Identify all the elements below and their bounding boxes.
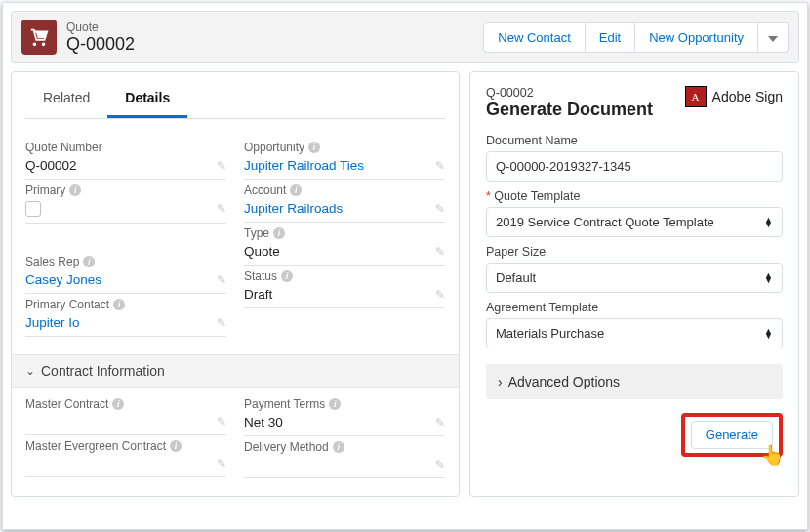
edit-icon[interactable]: ✎	[217, 273, 226, 287]
primary-label: Primary	[25, 184, 65, 197]
agreement-template-select[interactable]: Materials Purchase ▲▼	[486, 318, 783, 348]
quote-template-select[interactable]: 2019 Service Contract Quote Template ▲▼	[486, 207, 783, 237]
info-icon	[329, 398, 341, 410]
master-contract-label: Master Contract	[25, 397, 108, 411]
new-contact-button[interactable]: New Contact	[483, 22, 585, 53]
sales-rep-label: Sales Rep	[25, 255, 79, 268]
info-icon	[83, 256, 95, 267]
edit-icon[interactable]: ✎	[217, 159, 226, 173]
payment-terms-label: Payment Terms	[244, 397, 325, 411]
edit-button[interactable]: Edit	[586, 22, 635, 53]
primary-checkbox[interactable]	[25, 201, 41, 217]
opportunity-link[interactable]: Jupiter Railroad Ties	[244, 158, 364, 173]
info-icon	[308, 142, 320, 153]
quote-icon	[21, 20, 57, 55]
new-opportunity-button[interactable]: New Opportunity	[635, 22, 758, 53]
info-icon	[281, 270, 293, 282]
edit-icon[interactable]: ✎	[435, 416, 445, 430]
more-actions-button[interactable]	[758, 22, 789, 53]
edit-icon[interactable]: ✎	[217, 415, 226, 429]
opportunity-label: Opportunity	[244, 141, 304, 154]
advanced-options-toggle[interactable]: › Advanced Options	[486, 364, 783, 399]
status-label: Status	[244, 269, 277, 283]
section-contract-information[interactable]: ⌄ Contract Information	[12, 354, 459, 388]
edit-icon[interactable]: ✎	[435, 202, 445, 216]
agreement-template-label: Agreement Template	[486, 301, 783, 314]
record-name: Q-00002	[66, 34, 135, 55]
primary-contact-link[interactable]: Jupiter Io	[25, 315, 80, 330]
quote-number-label: Quote Number	[25, 141, 226, 154]
quote-number-value: Q-00002	[25, 158, 77, 173]
tab-details[interactable]: Details	[107, 80, 187, 118]
document-name-label: Document Name	[486, 134, 783, 147]
generate-title: Generate Document	[486, 100, 653, 120]
chevron-right-icon: ›	[498, 374, 503, 389]
tabs: Related Details	[25, 80, 445, 119]
edit-icon[interactable]: ✎	[435, 458, 445, 471]
generate-button[interactable]: Generate	[691, 421, 773, 449]
info-icon	[273, 227, 285, 239]
generate-document-panel: Q-00002 Generate Document A Adobe Sign D…	[469, 71, 799, 497]
quote-template-label: Quote Template	[486, 189, 783, 203]
edit-icon[interactable]: ✎	[217, 457, 226, 471]
header-actions: New Contact Edit New Opportunity	[483, 22, 789, 53]
chevron-down-icon	[768, 36, 778, 42]
adobe-sign-badge: A Adobe Sign	[685, 86, 783, 107]
edit-icon[interactable]: ✎	[217, 316, 226, 330]
primary-contact-label: Primary Contact	[25, 298, 109, 311]
paper-size-select[interactable]: Default ▲▼	[486, 263, 783, 293]
sales-rep-link[interactable]: Casey Jones	[25, 272, 101, 287]
select-arrows-icon: ▲▼	[764, 218, 773, 227]
record-header: Quote Q-00002 New Contact Edit New Oppor…	[11, 11, 799, 63]
edit-icon[interactable]: ✎	[217, 202, 226, 216]
details-panel: Related Details Quote Number Q-00002✎ Pr…	[11, 71, 460, 497]
select-arrows-icon: ▲▼	[764, 329, 773, 339]
delivery-method-label: Delivery Method	[244, 440, 329, 454]
edit-icon[interactable]: ✎	[435, 245, 445, 259]
paper-size-label: Paper Size	[486, 245, 783, 259]
select-arrows-icon: ▲▼	[764, 273, 773, 283]
chevron-down-icon: ⌄	[25, 364, 35, 378]
account-link[interactable]: Jupiter Railroads	[244, 201, 343, 216]
adobe-sign-icon: A	[685, 86, 707, 107]
tab-related[interactable]: Related	[25, 80, 107, 118]
edit-icon[interactable]: ✎	[435, 288, 445, 302]
info-icon	[112, 398, 124, 410]
master-evergreen-label: Master Evergreen Contract	[25, 439, 166, 453]
type-value: Quote	[244, 244, 280, 259]
payment-terms-value: Net 30	[244, 415, 283, 430]
info-icon	[290, 184, 302, 196]
info-icon	[113, 299, 125, 310]
object-label: Quote	[66, 20, 135, 34]
generate-record-ref: Q-00002	[486, 86, 653, 100]
info-icon	[333, 441, 344, 453]
info-icon	[170, 440, 182, 452]
account-label: Account	[244, 184, 286, 197]
edit-icon[interactable]: ✎	[435, 159, 445, 173]
status-value: Draft	[244, 287, 272, 302]
info-icon	[69, 184, 81, 196]
generate-highlight: Generate 👆	[681, 413, 783, 457]
type-label: Type	[244, 226, 269, 240]
document-name-input[interactable]	[486, 151, 783, 182]
